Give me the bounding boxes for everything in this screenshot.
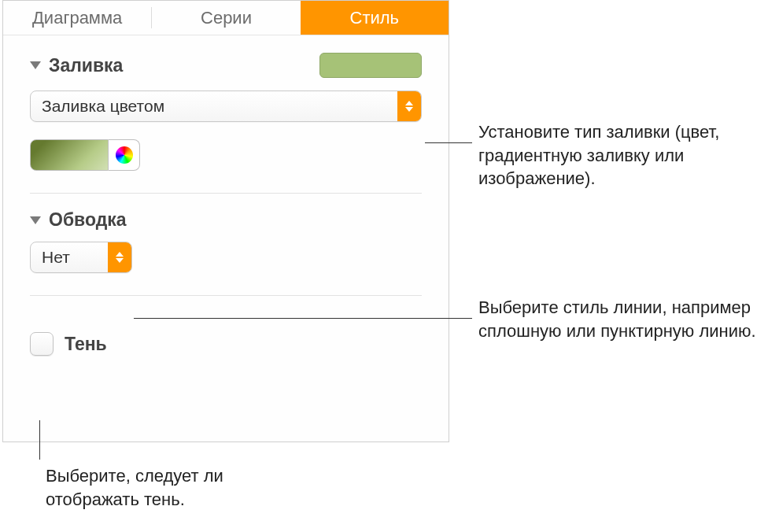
fill-color-swatch[interactable] [319, 53, 422, 78]
stroke-style-popup[interactable]: Нет [30, 242, 132, 273]
disclosure-triangle-icon[interactable] [30, 61, 41, 69]
inspector-tabbar: Диаграмма Серии Стиль [3, 1, 449, 35]
shadow-callout-text: Выберите, следует ли отображать тень. [46, 464, 282, 511]
popup-stepper-icon [108, 242, 131, 272]
fill-callout-text: Установите тип заливки (цвет, градиентну… [478, 120, 762, 190]
color-controls-row [30, 139, 422, 171]
fill-section-title: Заливка [49, 55, 123, 76]
shadow-label: Тень [65, 334, 107, 355]
shadow-row: Тень [30, 332, 422, 356]
fill-section-header: Заливка [30, 53, 422, 78]
tab-chart[interactable]: Диаграмма [3, 1, 151, 35]
stroke-style-value: Нет [42, 248, 70, 267]
section-divider [30, 193, 422, 194]
stroke-section-header: Обводка [30, 209, 422, 231]
tab-style[interactable]: Стиль [301, 1, 449, 35]
section-divider [30, 295, 422, 296]
stroke-callout-text: Выберите стиль линии, например сплошную … [478, 296, 770, 342]
color-wheel-icon [116, 146, 133, 164]
color-picker-button[interactable] [109, 139, 140, 171]
shadow-checkbox[interactable] [30, 332, 54, 356]
fill-type-value: Заливка цветом [42, 97, 164, 116]
fill-type-popup[interactable]: Заливка цветом [30, 91, 422, 122]
disclosure-triangle-icon[interactable] [30, 216, 41, 224]
inspector-content: Заливка Заливка цветом Обводка [3, 53, 449, 356]
popup-stepper-icon [397, 91, 421, 121]
inspector-panel: Диаграмма Серии Стиль Заливка Заливка цв… [2, 0, 449, 442]
stroke-section-title: Обводка [49, 209, 127, 231]
color-well[interactable] [30, 139, 109, 171]
tab-series[interactable]: Серии [152, 1, 300, 35]
